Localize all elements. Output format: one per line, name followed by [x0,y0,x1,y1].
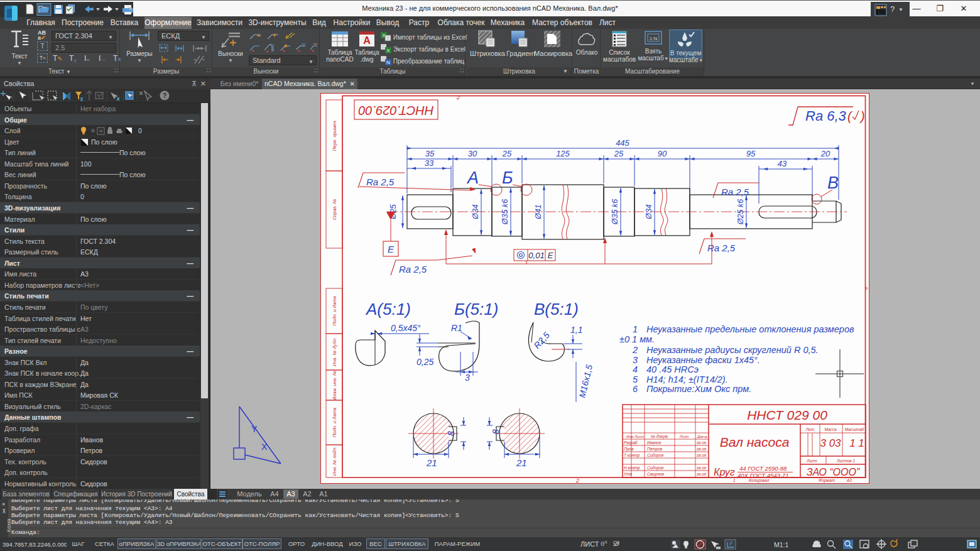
svg-text:Подп. и дата: Подп. и дата [332,297,337,326]
svg-text:Б(5:1): Б(5:1) [454,300,498,319]
svg-text:Ø34: Ø34 [471,204,480,220]
svg-text:3: 3 [633,355,638,365]
svg-text:Справ. №: Справ. № [332,199,337,220]
svg-text:Ra 2,5: Ra 2,5 [721,187,749,197]
svg-text:X: X [386,48,390,53]
svg-text:Сидоров: Сидоров [647,466,664,471]
svg-text:1 1: 1 1 [849,437,864,449]
svg-text:X: X [261,442,268,452]
svg-text:Круг: Круг [714,467,735,477]
svg-text:Ø41: Ø41 [534,204,543,220]
svg-text:4: 4 [633,364,638,374]
svg-text:A: A [363,35,371,46]
svg-text:06.08: 06.08 [697,472,707,476]
svg-text:20: 20 [820,149,830,158]
svg-text:±0 1 мм.: ±0 1 мм. [619,334,655,344]
svg-text:Листов 1: Листов 1 [836,459,855,463]
svg-text:Перв. примен.: Перв. примен. [332,120,337,151]
svg-text:Е: Е [388,244,395,254]
svg-text:В: В [827,173,839,192]
svg-text:445: 445 [616,138,629,148]
svg-text:Вал насоса: Вал насоса [720,435,790,449]
svg-text:2: 2 [456,94,460,101]
svg-text:Т контр: Т контр [624,453,640,458]
svg-text:Б: Б [502,168,513,187]
svg-text:06.08: 06.08 [697,441,707,445]
svg-text:Неуказанные радиусы скруглений: Неуказанные радиусы скруглений R 0,5. [646,345,819,355]
svg-text:ННСТ.029.00: ННСТ.029.00 [359,104,434,117]
svg-text:№ докум.: № докум. [651,434,669,439]
svg-text:Ø25 k6: Ø25 k6 [736,199,745,225]
svg-text:Е: Е [548,251,553,260]
svg-text:33: 33 [425,158,434,168]
svg-text:Неуказанные предельные отклоне: Неуказанные предельные отклонения размер… [646,324,854,334]
svg-text:Ø35 k6: Ø35 k6 [501,199,509,225]
svg-text:ННСТ 029 00: ННСТ 029 00 [747,408,827,422]
svg-text:2: 2 [632,345,638,355]
svg-text:ЗАО “ООО”: ЗАО “ООО” [807,467,860,477]
svg-text:3 03: 3 03 [820,437,841,449]
svg-text:35: 35 [425,149,435,158]
svg-text:Иванов: Иванов [647,440,662,445]
svg-text:Масса: Масса [824,427,837,432]
svg-text:Формат: Формат [819,478,835,483]
svg-text:44 ГОСТ 2590-88: 44 ГОСТ 2590-88 [739,465,787,472]
svg-text:Ø34: Ø34 [645,204,653,220]
svg-text:Покрытие:Хим Окс прм.: Покрытие:Хим Окс прм. [646,384,751,394]
svg-text:R1: R1 [451,323,462,333]
svg-text:N: N [386,60,390,65]
svg-text:1: 1 [633,324,638,334]
svg-text:Копировал: Копировал [749,478,770,483]
svg-text:✳: ✳ [90,127,95,134]
svg-text:Петров: Петров [647,447,663,452]
svg-text:Ra 6,3: Ra 6,3 [805,108,847,124]
svg-text:Н14; h14; ±(IТ14/2).: Н14; h14; ±(IТ14/2). [646,374,728,385]
svg-text:Инв. № подл.: Инв. № подл. [332,447,337,476]
svg-text:Утв: Утв [623,472,633,476]
svg-text:Лист: Лист [806,459,817,463]
svg-text:8: 8 [491,429,501,434]
svg-text:А3: А3 [846,478,852,483]
svg-text:43: 43 [778,159,787,168]
svg-text:а: а [864,287,868,290]
svg-text:0,25: 0,25 [416,357,433,367]
svg-text:21: 21 [426,457,437,468]
svg-text:?: ? [163,92,167,99]
svg-text:3: 3 [465,373,470,383]
svg-text:40 .45 HRCэ: 40 .45 HRCэ [646,364,699,374]
svg-text:25: 25 [502,149,512,158]
svg-text:125: 125 [556,149,570,158]
svg-text:21: 21 [516,457,527,468]
svg-text:Подп. и дата: Подп. и дата [332,408,337,437]
svg-text:06.08: 06.08 [697,447,707,451]
svg-text:Разраб: Разраб [624,440,638,445]
svg-text:Лист: Лист [634,435,644,439]
svg-text:30: 30 [468,149,477,158]
svg-text:Подп: Подп [680,435,689,439]
svg-text:Пров: Пров [624,447,634,452]
svg-text:6: 6 [633,384,638,394]
svg-text:0,5х45°: 0,5х45° [391,323,421,333]
svg-text:1:N: 1:N [650,36,658,41]
svg-text:2: 2 [575,477,579,484]
svg-text:Смирнов: Смирнов [647,472,665,477]
svg-text:25: 25 [614,149,624,158]
svg-text:06.08: 06.08 [697,454,707,457]
svg-text:90: 90 [658,149,667,158]
svg-text:1: 1 [733,478,736,483]
svg-text:Неуказанные фаски 1х45°.: Неуказанные фаски 1х45°. [646,355,760,365]
svg-text:95: 95 [746,149,756,158]
svg-text:Ra 2,5: Ra 2,5 [399,264,427,275]
svg-text:Масштаб: Масштаб [845,427,864,432]
svg-text:А: А [466,168,479,187]
svg-text:Ra 2,5: Ra 2,5 [366,177,395,187]
svg-text:8: 8 [446,431,456,436]
svg-text:Инв. № дубл.: Инв. № дубл. [332,337,337,366]
svg-text:06.08: 06.08 [697,466,707,470]
svg-text:А(5:1): А(5:1) [365,300,411,319]
svg-text:В(5:1): В(5:1) [534,300,579,319]
svg-text:Изм: Изм [626,435,633,439]
svg-text:Сидоров: Сидоров [647,453,664,458]
svg-text:Лит.: Лит. [805,427,815,432]
svg-text:✳: ✳ [99,128,104,134]
